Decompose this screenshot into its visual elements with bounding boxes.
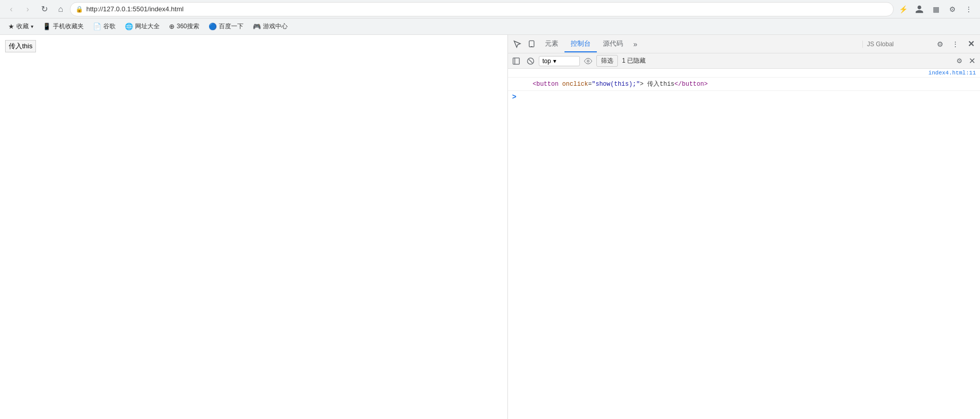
home-button[interactable]: ⌂ [53, 2, 68, 16]
inspect-element-button[interactable] [510, 37, 524, 51]
code-close-tag: </button> [674, 81, 708, 88]
bookmark-baidu[interactable]: 🔵 百度一下 [204, 20, 248, 33]
bookmark-mobile-label: 手机收藏夹 [53, 22, 84, 31]
console-settings-right[interactable]: ⚙ [953, 55, 966, 67]
devtools-close-button[interactable]: ✕ [964, 37, 978, 51]
bookmark-games-label: 游戏中心 [263, 22, 288, 31]
address-input[interactable] [86, 5, 888, 13]
svg-rect-1 [531, 46, 533, 47]
bookmark-games[interactable]: 🎮 游戏中心 [249, 20, 292, 33]
tab-elements[interactable]: 元素 [539, 36, 564, 52]
back-button[interactable]: ‹ [4, 2, 18, 16]
svg-rect-2 [513, 58, 519, 64]
devtools-right-icons: ⚙ ⋮ ✕ [933, 37, 978, 51]
more-tabs-button[interactable]: » [629, 37, 642, 51]
code-attr-name: onclick [562, 81, 588, 88]
mobile-icon: 📱 [43, 23, 51, 30]
console-filter-input[interactable]: 筛选 [596, 55, 618, 67]
code-attr-value: "show(this);" [592, 81, 640, 88]
svg-line-5 [529, 59, 533, 63]
console-code-content: <button onclick="show(this);"> 传入this</b… [508, 79, 980, 89]
devtools-search-input[interactable] [867, 41, 929, 48]
bookmark-360[interactable]: ⊕ 360搜索 [165, 20, 203, 33]
devtools-panel: 元素 控制台 源代码 » ⚙ ⋮ ✕ [507, 35, 980, 419]
main-area: 传入this 元素 控制台 [0, 35, 980, 419]
devtools-toolbar: 元素 控制台 源代码 » ⚙ ⋮ ✕ [508, 35, 980, 53]
bookmark-wangzhan[interactable]: 🌐 网址大全 [121, 20, 164, 33]
console-context-selector[interactable]: top ▾ [539, 56, 580, 66]
tab-sources[interactable]: 源代码 [597, 36, 629, 52]
cast-button[interactable]: ▦ [929, 2, 943, 16]
bookmark-collections-label: 收藏 [16, 22, 29, 31]
console-panel-left-button[interactable] [510, 55, 522, 67]
console-chevron-icon: > [512, 93, 516, 101]
page-content: 传入this [0, 35, 507, 419]
code-open-tag: <button [533, 81, 562, 88]
devtools-more-button[interactable]: ⋮ [948, 37, 963, 51]
bookmark-google-label: 谷歌 [103, 22, 116, 31]
bookmark-baidu-label: 百度一下 [219, 22, 243, 31]
context-label: top [542, 58, 551, 65]
forward-button[interactable]: › [21, 2, 35, 16]
svg-rect-0 [529, 41, 534, 47]
browser-window: ‹ › ↻ ⌂ 🔒 ⚡ ▦ ⚙ ⋮ ★ 收藏 ▾ 📱 手机收藏夹 [0, 0, 980, 419]
nav-right-buttons: ⚡ ▦ ⚙ ⋮ [896, 2, 976, 16]
google-icon: 📄 [93, 23, 101, 30]
bookmark-wangzhan-label: 网址大全 [135, 22, 160, 31]
pass-this-button[interactable]: 传入this [5, 40, 36, 52]
nav-bar: ‹ › ↻ ⌂ 🔒 ⚡ ▦ ⚙ ⋮ [0, 0, 980, 18]
extensions-button[interactable]: ⚡ [896, 2, 910, 16]
bookmark-collections[interactable]: ★ 收藏 ▾ [4, 20, 37, 33]
console-collapse-right[interactable]: ✕ [966, 55, 978, 67]
bookmark-google[interactable]: 📄 谷歌 [89, 20, 120, 33]
profile-button[interactable] [912, 2, 927, 16]
svg-point-6 [587, 60, 589, 62]
filter-label: 筛选 [601, 56, 613, 65]
code-text: 传入this [644, 81, 674, 88]
360-icon: ⊕ [169, 23, 175, 30]
wangzhan-icon: 🌐 [125, 23, 133, 30]
devtools-tabs: 元素 控制台 源代码 » [539, 36, 862, 52]
console-right-controls: ⚙ ✕ [953, 55, 978, 67]
console-content: index4.html:11 <button onclick="show(thi… [508, 69, 980, 419]
baidu-icon: 🔵 [209, 23, 217, 30]
star-icon: ★ [8, 23, 14, 30]
console-code-message: <button onclick="show(this);"> 传入this</b… [508, 78, 980, 91]
code-close-bracket: > [640, 81, 644, 88]
dropdown-icon: ▾ [31, 24, 33, 29]
games-icon: 🎮 [253, 23, 261, 30]
console-input[interactable] [518, 93, 976, 101]
secure-icon: 🔒 [76, 6, 83, 13]
menu-button[interactable]: ⋮ [962, 2, 976, 16]
settings-button[interactable]: ⚙ [945, 2, 959, 16]
devtools-search-area [862, 41, 933, 48]
console-eye-button[interactable] [582, 55, 594, 67]
console-hidden-count: 1 已隐藏 [622, 56, 646, 65]
console-message-1: index4.html:11 [508, 69, 980, 78]
address-bar-container: 🔒 [70, 2, 894, 16]
device-toggle-button[interactable] [524, 37, 539, 51]
bookmarks-bar: ★ 收藏 ▾ 📱 手机收藏夹 📄 谷歌 🌐 网址大全 ⊕ 360搜索 🔵 百度一… [0, 18, 980, 35]
bookmark-mobile[interactable]: 📱 手机收藏夹 [39, 20, 88, 33]
context-dropdown-icon: ▾ [553, 58, 556, 65]
console-toolbar: top ▾ 筛选 1 已隐藏 ⚙ ✕ [508, 53, 980, 69]
console-clear-button[interactable] [524, 55, 537, 67]
devtools-settings-button[interactable]: ⚙ [933, 37, 947, 51]
bookmark-360-label: 360搜索 [177, 22, 199, 31]
console-source-link[interactable]: index4.html:11 [898, 70, 980, 76]
refresh-button[interactable]: ↻ [37, 2, 51, 16]
console-prompt-line: > [508, 91, 980, 103]
tab-console[interactable]: 控制台 [564, 36, 597, 52]
